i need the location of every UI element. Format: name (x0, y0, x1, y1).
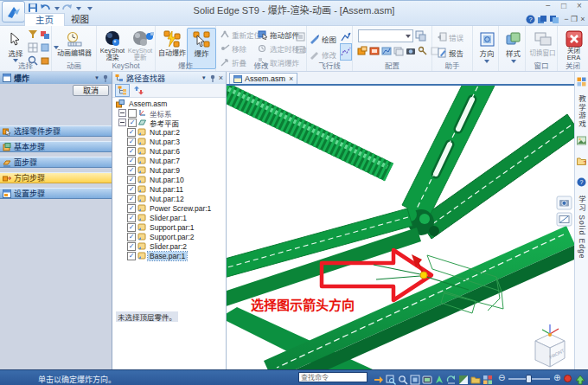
gallery-icon[interactable] (577, 133, 586, 149)
checkbox-checked[interactable] (127, 223, 136, 232)
tree-group-row[interactable]: 参考平面 (112, 118, 226, 127)
tree-group-row[interactable]: 坐标系 (112, 108, 226, 118)
minimize-button[interactable]: − (541, 1, 555, 11)
checkbox-checked[interactable] (127, 233, 136, 241)
help-folder-icon[interactable]: ? (577, 154, 586, 170)
view-overrides-icon[interactable] (483, 373, 493, 385)
zoom-area-icon[interactable] (386, 373, 396, 385)
qat-customize-dropdown[interactable] (87, 7, 93, 10)
zoom-in-button[interactable]: ⊕ (553, 373, 560, 382)
pathfinder-pin-icon[interactable] (209, 74, 216, 82)
pan-icon[interactable] (422, 373, 432, 385)
app-logo[interactable] (2, 1, 25, 22)
drag-parts-button[interactable]: 拖动部件 (258, 29, 299, 40)
window-layout-icon[interactable] (470, 373, 481, 385)
part-label[interactable]: Nut.par:10 (148, 176, 186, 184)
flight-draw-button[interactable]: 绘图 (310, 33, 336, 44)
style-dropdown[interactable] (511, 60, 516, 63)
tree-root-row[interactable]: Assem.asm (112, 99, 226, 108)
config-icons-row[interactable] (357, 45, 442, 56)
checkbox-checked[interactable] (127, 214, 136, 222)
tree-part-row[interactable]: Power Screw.par:1 (112, 203, 226, 213)
undo-dropdown[interactable] (54, 7, 60, 10)
document-tab-label[interactable]: Assem.asm (245, 74, 285, 83)
step-basic[interactable]: 基本步骤 (0, 141, 112, 152)
tree-part-row[interactable]: Nut.par:6 (112, 146, 226, 156)
screen-capture-button[interactable] (557, 213, 572, 226)
doc-close-button[interactable]: × (578, 15, 587, 23)
orient-button[interactable]: 方向 (474, 28, 500, 73)
tree-part-row[interactable]: Nut.par:10 (112, 175, 226, 184)
close-button[interactable]: × (572, 1, 586, 11)
part-label[interactable]: Support.par:1 (148, 223, 196, 232)
modify-extra-icon-2[interactable] (296, 42, 305, 58)
tree-part-row[interactable]: Support.par:1 (112, 222, 226, 232)
cancel-button[interactable]: 取消 (73, 85, 109, 96)
checkbox-checked[interactable] (127, 252, 136, 260)
part-label[interactable]: Slider.par:1 (148, 214, 189, 222)
checkbox-checked[interactable] (127, 166, 136, 175)
panes-icon[interactable] (538, 16, 547, 26)
record-button[interactable] (564, 375, 572, 382)
tree-part-row-selected[interactable]: Base.par:1 (112, 251, 226, 260)
step-settings[interactable]: 设置步骤 (0, 188, 112, 199)
fit-icon[interactable] (410, 373, 420, 385)
checkbox-checked[interactable] (127, 157, 136, 165)
zoom-slider-thumb[interactable] (526, 375, 532, 383)
dock-tab-games[interactable]: 教学游戏 (577, 95, 587, 128)
config-display-button[interactable] (131, 84, 146, 97)
pathfinder-dropdown-icon[interactable]: ▼ (201, 75, 207, 80)
select-tool-icons-row1[interactable] (28, 29, 52, 40)
part-label[interactable]: Slider.par:2 (148, 242, 189, 251)
view-styles-icon[interactable] (458, 373, 469, 385)
games-icon[interactable] (577, 74, 586, 90)
doc-restore-button[interactable]: ❐ (570, 15, 578, 23)
dock-tab-learn[interactable]: 学习 Solid Edge (577, 196, 587, 259)
direction-origin-handle[interactable] (420, 272, 427, 279)
tree-part-row[interactable]: Nut.par:12 (112, 194, 226, 203)
assembly-root-label[interactable]: Assem.asm (127, 99, 169, 108)
pathfinder-close-icon[interactable]: × (219, 74, 223, 82)
tab-home[interactable]: 主页 (24, 13, 65, 26)
checkbox-checked[interactable] (127, 176, 136, 184)
remove-button[interactable]: 移除 (220, 42, 246, 54)
help-icon[interactable]: ? (526, 15, 535, 26)
learn-help-icon[interactable]: ? (577, 175, 586, 190)
document-tab-close-icon[interactable]: × (289, 74, 293, 83)
checkbox-checked[interactable] (127, 128, 136, 137)
tree-part-row[interactable]: Slider.par:2 (112, 241, 226, 251)
part-label[interactable]: Power Screw.par:1 (148, 204, 213, 213)
step-select-parts[interactable]: 选择零件步骤 (0, 125, 112, 137)
common-views-icon[interactable] (446, 373, 457, 385)
part-label-selected[interactable]: Base.par:1 (148, 252, 187, 260)
tree-part-row[interactable]: Nut.par:2 (112, 127, 226, 137)
tree-part-row[interactable]: Nut.par:9 (112, 165, 226, 175)
tree-part-row[interactable]: Slider.par:1 (112, 213, 226, 222)
rotate-icon[interactable] (434, 373, 444, 385)
tree-part-row[interactable]: Nut.par:3 (112, 137, 226, 146)
update-view-button[interactable] (575, 373, 585, 385)
checkbox-checked[interactable] (127, 147, 136, 156)
checkbox-checked[interactable] (127, 204, 136, 213)
next-prompt-icon[interactable] (374, 373, 384, 385)
zoom-out-button[interactable]: ⊖ (498, 373, 505, 382)
checkbox-checked[interactable] (127, 195, 136, 203)
expand-icon[interactable] (118, 109, 126, 117)
redo-dropdown[interactable] (76, 7, 81, 10)
config-combobox[interactable] (358, 29, 413, 42)
part-label[interactable]: Support.par:2 (148, 233, 196, 241)
tree-part-row[interactable]: Nut.par:11 (112, 184, 226, 194)
flight-modify-button[interactable]: 修改 (310, 48, 336, 60)
group-label[interactable]: 参考平面 (148, 118, 181, 128)
keyshot-options-icon[interactable] (145, 29, 154, 44)
graphics-viewport[interactable]: 选择图示箭头方向 FRONT (227, 86, 574, 369)
part-label[interactable]: Nut.par:3 (148, 138, 182, 146)
part-label[interactable]: Nut.par:6 (148, 147, 182, 156)
tree-part-row[interactable]: Support.par:2 (112, 232, 226, 241)
part-label[interactable]: Nut.par:11 (148, 185, 185, 194)
style-button[interactable]: 样式 (500, 28, 527, 73)
zoom-icon[interactable] (398, 373, 408, 385)
config-manager-icon[interactable] (415, 29, 426, 45)
orient-dropdown[interactable] (484, 60, 489, 63)
expand-icon[interactable] (118, 119, 126, 126)
